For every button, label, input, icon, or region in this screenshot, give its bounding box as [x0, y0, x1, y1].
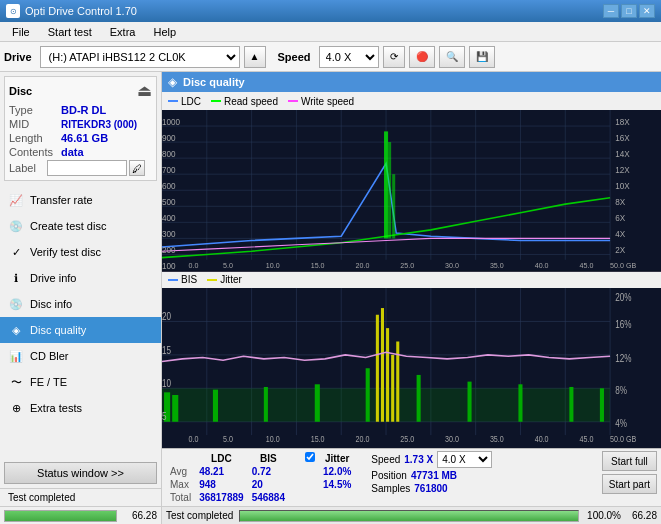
- disc-type-row: Type BD-R DL: [9, 104, 152, 116]
- svg-text:20%: 20%: [615, 291, 632, 303]
- legend-ldc-label: LDC: [181, 96, 201, 107]
- svg-text:20: 20: [162, 309, 171, 321]
- save-button[interactable]: 💾: [469, 46, 495, 68]
- disc-label-input[interactable]: [47, 160, 127, 176]
- svg-rect-84: [600, 388, 604, 421]
- toolbar: Drive (H:) ATAPI iHBS112 2 CL0K ▲ Speed …: [0, 42, 661, 72]
- speed-label: Speed: [278, 51, 311, 63]
- start-full-button[interactable]: Start full: [602, 451, 657, 471]
- chart-header-icon: ◈: [168, 75, 177, 89]
- close-button[interactable]: ✕: [639, 4, 655, 18]
- speed-select[interactable]: 4.0 X 1.0 X 2.0 X: [319, 46, 379, 68]
- jitter-checkbox[interactable]: [305, 452, 315, 462]
- total-label: Total: [166, 491, 195, 504]
- status-window-button[interactable]: Status window >>: [4, 462, 157, 484]
- menu-help[interactable]: Help: [145, 24, 184, 40]
- svg-text:35.0: 35.0: [490, 261, 504, 270]
- menu-extra[interactable]: Extra: [102, 24, 144, 40]
- start-part-button[interactable]: Start part: [602, 474, 657, 494]
- total-ldc: 36817889: [195, 491, 248, 504]
- minimize-button[interactable]: ─: [603, 4, 619, 18]
- svg-text:30.0: 30.0: [445, 432, 459, 443]
- nav-drive-info[interactable]: ℹ Drive info: [0, 265, 161, 291]
- disc-contents-label: Contents: [9, 146, 61, 158]
- nav-cd-bler[interactable]: 📊 CD Bler: [0, 343, 161, 369]
- drive-select[interactable]: (H:) ATAPI iHBS112 2 CL0K: [40, 46, 240, 68]
- bottom-progress-value: 66.28: [627, 510, 657, 521]
- nav-disc-quality-label: Disc quality: [30, 324, 86, 336]
- svg-text:700: 700: [162, 165, 176, 175]
- svg-rect-72: [264, 386, 268, 421]
- menu-file[interactable]: File: [4, 24, 38, 40]
- svg-text:45.0: 45.0: [580, 261, 594, 270]
- svg-rect-76: [381, 308, 384, 422]
- right-panel: ◈ Disc quality LDC Read speed Write spee…: [162, 72, 661, 524]
- disc-section-label: Disc: [9, 85, 32, 97]
- nav-disc-info-label: Disc info: [30, 298, 72, 310]
- cd-bler-icon: 📊: [8, 348, 24, 364]
- svg-text:14X: 14X: [615, 149, 630, 159]
- svg-text:4X: 4X: [615, 229, 625, 239]
- title-bar-left: ⊙ Opti Drive Control 1.70: [6, 4, 137, 18]
- svg-text:40.0: 40.0: [535, 261, 549, 270]
- legend-write-speed-label: Write speed: [301, 96, 354, 107]
- legend-write-speed-dot: [288, 100, 298, 102]
- svg-text:10X: 10X: [615, 181, 630, 191]
- legend-bis-label: BIS: [181, 274, 197, 285]
- nav-transfer-rate-label: Transfer rate: [30, 194, 93, 206]
- disc-length-value: 46.61 GB: [61, 132, 108, 144]
- bottom-chart: 20 15 10 5 20% 16% 12% 8% 4% 0.0 5.0 10.…: [162, 288, 661, 449]
- legend-read-speed-label: Read speed: [224, 96, 278, 107]
- nav-disc-info[interactable]: 💿 Disc info: [0, 291, 161, 317]
- legend-bis: BIS: [168, 274, 197, 285]
- svg-text:25.0: 25.0: [400, 261, 414, 270]
- svg-rect-77: [386, 328, 389, 422]
- speed-value: 1.73 X: [404, 454, 433, 465]
- avg-ldc: 48.21: [195, 465, 248, 478]
- nav-cd-bler-label: CD Bler: [30, 350, 69, 362]
- scan-button[interactable]: 🔍: [439, 46, 465, 68]
- svg-text:16%: 16%: [615, 317, 632, 329]
- svg-text:10.0: 10.0: [266, 261, 280, 270]
- menu-start-test[interactable]: Start test: [40, 24, 100, 40]
- maximize-button[interactable]: □: [621, 4, 637, 18]
- bottom-progress-bar-fill: [240, 511, 578, 521]
- svg-text:15.0: 15.0: [311, 432, 325, 443]
- left-panel: Disc ⏏ Type BD-R DL MID RITEKDR3 (000) L…: [0, 72, 162, 524]
- svg-text:20.0: 20.0: [355, 432, 369, 443]
- svg-text:15: 15: [162, 343, 171, 355]
- bottom-status-text: Test completed: [166, 510, 233, 521]
- status-text: Test completed: [4, 490, 79, 505]
- title-bar: ⊙ Opti Drive Control 1.70 ─ □ ✕: [0, 0, 661, 22]
- svg-text:500: 500: [162, 197, 176, 207]
- nav-extra-tests[interactable]: ⊕ Extra tests: [0, 395, 161, 421]
- svg-text:45.0: 45.0: [580, 432, 594, 443]
- bottom-chart-svg: 20 15 10 5 20% 16% 12% 8% 4% 0.0 5.0 10.…: [162, 288, 661, 449]
- svg-text:16X: 16X: [615, 133, 630, 143]
- drive-label: Drive: [4, 51, 32, 63]
- svg-text:35.0: 35.0: [490, 432, 504, 443]
- svg-rect-75: [376, 314, 379, 421]
- svg-text:300: 300: [162, 229, 176, 239]
- nav-transfer-rate[interactable]: 📈 Transfer rate: [0, 187, 161, 213]
- nav-verify-test-disc[interactable]: ✓ Verify test disc: [0, 239, 161, 265]
- eject-button[interactable]: ▲: [244, 46, 266, 68]
- nav-create-test-disc[interactable]: 💿 Create test disc: [0, 213, 161, 239]
- disc-quality-icon: ◈: [8, 322, 24, 338]
- nav-disc-quality[interactable]: ◈ Disc quality: [0, 317, 161, 343]
- disc-info-icon: 💿: [8, 296, 24, 312]
- legend-read-speed-dot: [211, 100, 221, 102]
- title-bar-controls: ─ □ ✕: [603, 4, 655, 18]
- speed-select-stats[interactable]: 4.0 X: [437, 451, 492, 468]
- svg-text:8%: 8%: [615, 383, 627, 395]
- svg-text:4%: 4%: [615, 416, 627, 428]
- position-row: Position 47731 MB: [371, 470, 594, 481]
- disc-eject-icon[interactable]: ⏏: [137, 81, 152, 100]
- refresh-button[interactable]: ⟳: [383, 46, 405, 68]
- disc-label-button[interactable]: 🖊: [129, 160, 145, 176]
- burn-button[interactable]: 🔴: [409, 46, 435, 68]
- menu-bar: File Start test Extra Help: [0, 22, 661, 42]
- svg-text:40.0: 40.0: [535, 432, 549, 443]
- jitter-header: Jitter: [319, 451, 355, 465]
- nav-fe-te[interactable]: 〜 FE / TE: [0, 369, 161, 395]
